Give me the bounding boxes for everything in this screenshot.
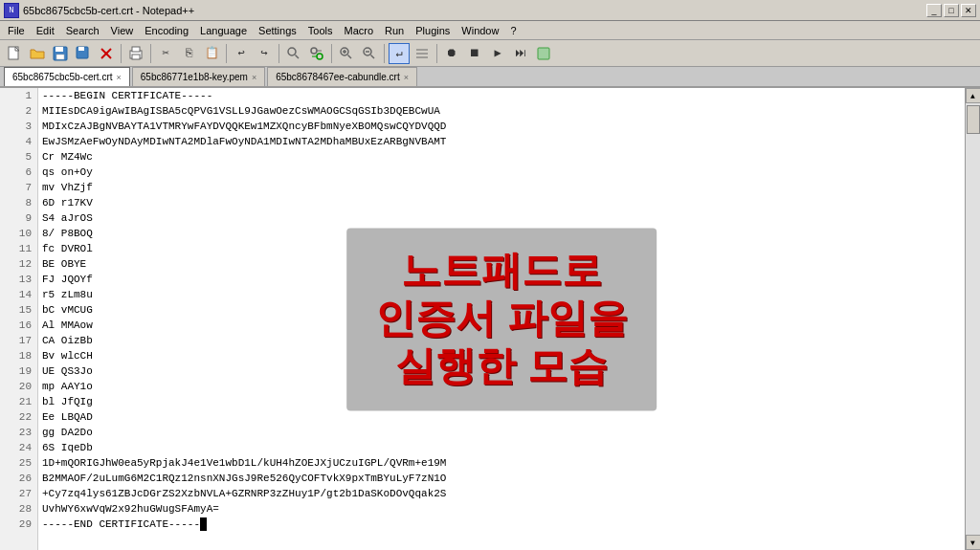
- svg-line-19: [348, 55, 352, 58]
- macro-play-button[interactable]: ▶: [487, 43, 508, 64]
- code-line-11: fc DVROl: [42, 241, 961, 256]
- print-button[interactable]: [125, 43, 146, 64]
- separator-7: [436, 44, 437, 63]
- macro-stop-button[interactable]: ⏹: [464, 43, 485, 64]
- maximize-button[interactable]: □: [944, 4, 959, 17]
- word-wrap-button[interactable]: ↵: [389, 43, 410, 64]
- line-number-11: 11: [0, 241, 37, 256]
- paste-button[interactable]: 📋: [201, 43, 222, 64]
- macro-save-button[interactable]: [533, 43, 554, 64]
- close-window-button[interactable]: ✕: [961, 4, 976, 17]
- indent-guide-button[interactable]: [412, 43, 433, 64]
- save-button[interactable]: [50, 43, 71, 64]
- svg-line-13: [296, 55, 300, 58]
- undo-button[interactable]: ↩: [231, 43, 252, 64]
- menu-item-run[interactable]: Run: [379, 24, 410, 37]
- redo-button[interactable]: ↪: [254, 43, 275, 64]
- svg-rect-4: [56, 55, 64, 59]
- code-line-28: UvhWY6xwVqW2x92huGWugSFAmyA=: [42, 501, 961, 517]
- menu-item-file[interactable]: File: [2, 24, 31, 37]
- tab-tab3[interactable]: 65bc8678467ee-cabundle.crt×: [267, 67, 417, 86]
- tab-label: 65bc86771e1b8-key.pem: [141, 72, 248, 82]
- code-line-7: mv VhZjf: [42, 180, 961, 195]
- tab-close-button[interactable]: ×: [117, 73, 122, 82]
- line-number-8: 8: [0, 195, 37, 210]
- menu-item-view[interactable]: View: [105, 24, 140, 37]
- line-number-9: 9: [0, 210, 37, 226]
- code-line-8: 6D r17KV: [42, 195, 961, 210]
- toolbar: ✂ ⎘ 📋 ↩ ↪ ↵ ⏺ ⏹ ▶ ⏭: [0, 40, 980, 67]
- copy-button[interactable]: ⎘: [178, 43, 199, 64]
- menu-item-?[interactable]: ?: [504, 24, 522, 37]
- code-line-26: B2MMAOF/2uLumG6M2C1RQz12nsnXNJGsJ9Re526Q…: [42, 471, 961, 486]
- menu-item-settings[interactable]: Settings: [253, 24, 302, 37]
- tab-tab2[interactable]: 65bc86771e1b8-key.pem×: [132, 67, 265, 86]
- macro-record-button[interactable]: ⏺: [441, 43, 462, 64]
- line-number-20: 20: [0, 379, 37, 394]
- menu-item-edit[interactable]: Edit: [31, 24, 60, 37]
- code-line-22: Ee LBQAD: [42, 409, 961, 425]
- close-button[interactable]: [96, 43, 117, 64]
- code-line-24: 6S IqeDb: [42, 440, 961, 455]
- svg-line-23: [371, 55, 375, 58]
- code-line-14: r5 zLm8u: [42, 287, 961, 302]
- zoom-out-button[interactable]: [359, 43, 380, 64]
- svg-rect-6: [78, 47, 84, 51]
- line-number-1: 1: [0, 88, 37, 103]
- code-line-4: EwJSMzAeFwOyNDAyMDIwNTA2MDlaFwOyNDA1MDIw…: [42, 134, 961, 149]
- line-number-15: 15: [0, 302, 37, 318]
- open-button[interactable]: [27, 43, 48, 64]
- line-number-25: 25: [0, 455, 37, 471]
- separator-3: [226, 44, 227, 63]
- menu-item-window[interactable]: Window: [456, 24, 504, 37]
- zoom-in-button[interactable]: [336, 43, 357, 64]
- scroll-thumb[interactable]: [967, 105, 980, 134]
- separator-1: [121, 44, 122, 63]
- save-all-button[interactable]: [73, 43, 94, 64]
- line-number-12: 12: [0, 256, 37, 272]
- tab-close-button[interactable]: ×: [252, 73, 256, 82]
- line-number-24: 24: [0, 440, 37, 455]
- scroll-up-button[interactable]: ▲: [966, 88, 981, 103]
- code-line-17: CA OizBb: [42, 333, 961, 348]
- title-bar-text: 65bc8675cbc5b-cert.crt - Notepad++: [23, 5, 926, 16]
- scroll-down-button[interactable]: ▼: [966, 535, 981, 550]
- line-number-26: 26: [0, 471, 37, 486]
- code-line-6: qs on+Oy: [42, 165, 961, 180]
- code-line-18: Bv wlcCH: [42, 348, 961, 363]
- code-line-2: MIIEsDCA9igAwIBAgISBA5cQPVG1VSLL9JGawOez…: [42, 103, 961, 119]
- title-bar: N 65bc8675cbc5b-cert.crt - Notepad++ _ □…: [0, 0, 980, 21]
- replace-button[interactable]: [306, 43, 327, 64]
- cut-button[interactable]: ✂: [155, 43, 176, 64]
- macro-run-button[interactable]: ⏭: [510, 43, 531, 64]
- code-line-1: -----BEGIN CERTIFICATE-----: [42, 88, 961, 103]
- line-number-23: 23: [0, 425, 37, 440]
- line-number-3: 3: [0, 119, 37, 134]
- code-line-3: MDIxCzAJBgNVBAYTA1VTMRYwFAYDVQQKEw1MZXQn…: [42, 119, 961, 134]
- code-area[interactable]: 노트패드로 인증서 파일을 실행한 모습 -----BEGIN CERTIFIC…: [38, 88, 965, 550]
- scroll-track[interactable]: [966, 103, 981, 535]
- svg-rect-28: [538, 48, 549, 59]
- tab-tab1[interactable]: 65bc8675cbc5b-cert.crt×: [4, 67, 130, 86]
- line-number-6: 6: [0, 165, 37, 180]
- menu-item-tools[interactable]: Tools: [302, 24, 339, 37]
- menu-item-search[interactable]: Search: [60, 24, 105, 37]
- menu-item-plugins[interactable]: Plugins: [410, 24, 456, 37]
- line-number-7: 7: [0, 180, 37, 195]
- new-button[interactable]: [4, 43, 25, 64]
- find-button[interactable]: [283, 43, 304, 64]
- menu-item-language[interactable]: Language: [194, 24, 253, 37]
- code-line-20: mp AAY1o: [42, 379, 961, 394]
- tab-close-button[interactable]: ×: [404, 73, 409, 82]
- line-number-4: 4: [0, 134, 37, 149]
- code-line-15: bC vMCUG: [42, 302, 961, 318]
- minimize-button[interactable]: _: [926, 4, 942, 17]
- menu-item-encoding[interactable]: Encoding: [139, 24, 194, 37]
- code-line-13: FJ JQOYf: [42, 272, 961, 287]
- menu-item-macro[interactable]: Macro: [338, 24, 379, 37]
- separator-6: [384, 44, 385, 63]
- svg-point-12: [288, 48, 296, 55]
- scrollbar[interactable]: ▲ ▼: [965, 88, 980, 550]
- line-number-13: 13: [0, 272, 37, 287]
- line-number-28: 28: [0, 501, 37, 517]
